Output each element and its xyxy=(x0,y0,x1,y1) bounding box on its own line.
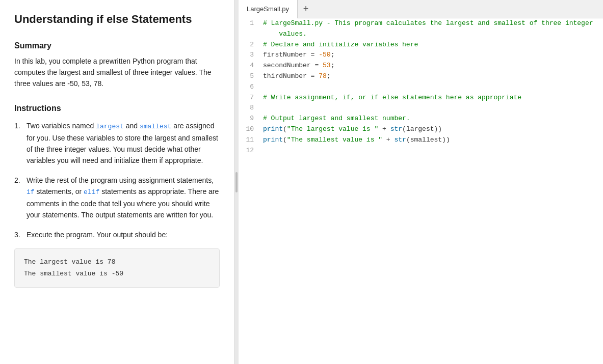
line-content: values. xyxy=(259,29,603,40)
inst1-middle: and xyxy=(124,122,140,130)
output-box: The largest value is 78 The smallest val… xyxy=(14,248,220,288)
line-content: secondNumber = 53; xyxy=(259,61,603,71)
line-content: # Declare and initialize variables here xyxy=(259,40,603,50)
inst2-keyword1: if xyxy=(27,188,35,196)
line-content: thirdNumber = 78; xyxy=(259,71,603,82)
output-line2: The smallest value is -50 xyxy=(24,268,210,279)
code-line-12: 12 xyxy=(239,146,603,156)
code-line-2: 2 # Declare and initialize variables her… xyxy=(239,40,603,50)
left-panel: Understanding if else Statements Summary… xyxy=(0,0,234,364)
summary-heading: Summary xyxy=(14,41,220,50)
inst3-text: Execute the program. Your output should … xyxy=(27,231,168,239)
page-title: Understanding if else Statements xyxy=(14,12,220,27)
instruction-1-text: Two variables named largest and smallest… xyxy=(27,120,220,166)
code-line-7: 7 # Write assignment, if, or if else sta… xyxy=(239,93,603,103)
list-item: Write the rest of the program using assi… xyxy=(14,175,220,221)
line-number: 3 xyxy=(239,50,259,61)
line-content: firstNumber = -50; xyxy=(259,50,603,61)
inst2-keyword2: elif xyxy=(84,188,99,196)
code-line-1: 1 # LargeSmall.py - This program calcula… xyxy=(239,18,603,29)
right-panel: LargeSmall.py + 1 # LargeSmall.py - This… xyxy=(239,0,603,364)
code-line-cont: values. xyxy=(239,29,603,40)
line-number: 4 xyxy=(239,61,259,71)
code-line-6: 6 xyxy=(239,82,603,93)
line-number: 11 xyxy=(239,135,259,146)
code-line-11: 11 print("The smallest value is " + str(… xyxy=(239,135,603,146)
line-number: 7 xyxy=(239,93,259,103)
code-line-4: 4 secondNumber = 53; xyxy=(239,61,603,71)
instructions-heading: Instructions xyxy=(14,104,220,113)
line-number: 9 xyxy=(239,114,259,124)
code-line-9: 9 # Output largest and smallest number. xyxy=(239,114,603,124)
summary-text: In this lab, you complete a prewritten P… xyxy=(14,55,220,90)
code-line-8: 8 xyxy=(239,103,603,114)
file-tab[interactable]: LargeSmall.py xyxy=(239,0,298,18)
output-line1: The largest value is 78 xyxy=(24,256,210,268)
list-item: Execute the program. Your output should … xyxy=(14,229,220,240)
line-content: # LargeSmall.py - This program calculate… xyxy=(259,18,603,29)
line-content: print("The largest value is " + str(larg… xyxy=(259,124,603,135)
code-editor[interactable]: 1 # LargeSmall.py - This program calcula… xyxy=(239,18,603,364)
instructions-list: Two variables named largest and smallest… xyxy=(14,120,220,240)
line-number: 10 xyxy=(239,124,259,135)
panel-divider[interactable] xyxy=(234,0,239,364)
line-number: 5 xyxy=(239,71,259,82)
line-number: 8 xyxy=(239,103,259,114)
line-number: 2 xyxy=(239,40,259,50)
code-line-3: 3 firstNumber = -50; xyxy=(239,50,603,61)
tab-label: LargeSmall.py xyxy=(247,5,289,13)
divider-handle xyxy=(235,172,238,192)
code-line-5: 5 thirdNumber = 78; xyxy=(239,71,603,82)
line-number: 12 xyxy=(239,146,259,156)
line-content: print("The smallest value is " + str(sma… xyxy=(259,135,603,146)
list-item: Two variables named largest and smallest… xyxy=(14,120,220,166)
inst1-keyword1: largest xyxy=(96,123,124,130)
instruction-2-text: Write the rest of the program using assi… xyxy=(27,175,220,221)
line-number: 1 xyxy=(239,18,259,29)
inst2-text2: statements, or xyxy=(35,187,84,195)
line-content: # Output largest and smallest number. xyxy=(259,114,603,124)
inst1-before: Two variables named xyxy=(27,122,96,130)
add-tab-button[interactable]: + xyxy=(298,0,314,18)
inst1-keyword2: smallest xyxy=(140,123,171,130)
tab-bar: LargeSmall.py + xyxy=(239,0,603,18)
inst2-text1: Write the rest of the program using assi… xyxy=(27,176,214,184)
instruction-3-text: Execute the program. Your output should … xyxy=(27,229,220,240)
line-content: # Write assignment, if, or if else state… xyxy=(259,93,603,103)
code-line-10: 10 print("The largest value is " + str(l… xyxy=(239,124,603,135)
line-number: 6 xyxy=(239,82,259,93)
